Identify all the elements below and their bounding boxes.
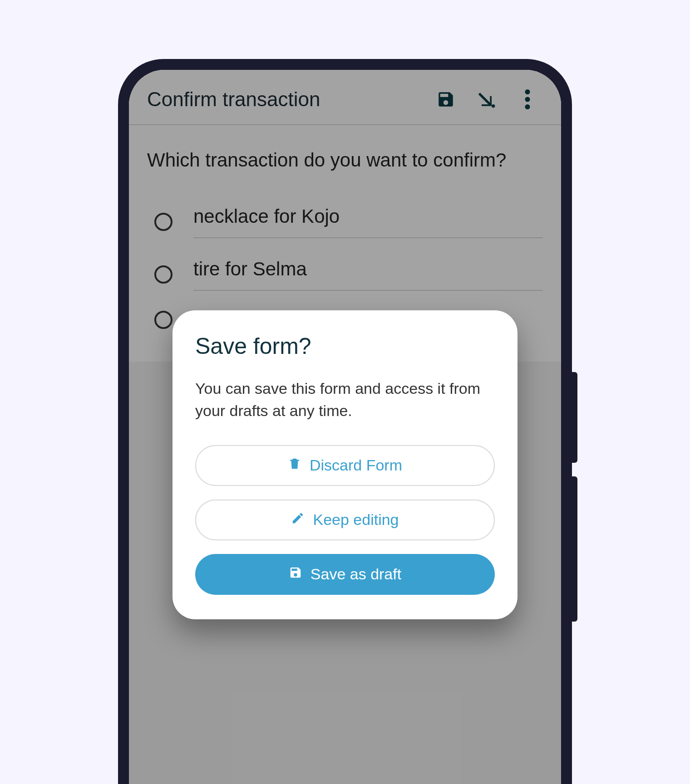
discard-form-label: Discard Form [310,456,402,474]
save-as-draft-button[interactable]: Save as draft [195,554,495,595]
keep-editing-label: Keep editing [313,511,399,529]
dialog-body: You can save this form and access it fro… [195,377,495,422]
save-form-dialog: Save form? You can save this form and ac… [172,310,518,619]
save-icon [289,565,302,583]
discard-form-button[interactable]: Discard Form [195,445,495,486]
dialog-actions: Discard Form Keep editing Save as draft [195,445,495,595]
keep-editing-button[interactable]: Keep editing [195,500,495,540]
phone-side-button [572,372,577,463]
trash-icon [288,456,301,474]
save-as-draft-label: Save as draft [310,565,401,583]
pencil-icon [291,511,305,529]
phone-side-button [572,476,577,622]
dialog-title: Save form? [195,333,495,359]
phone-frame: Confirm transaction Which transaction do… [118,59,572,784]
canvas: Confirm transaction Which transaction do… [0,0,690,784]
phone-screen: Confirm transaction Which transaction do… [129,70,561,784]
